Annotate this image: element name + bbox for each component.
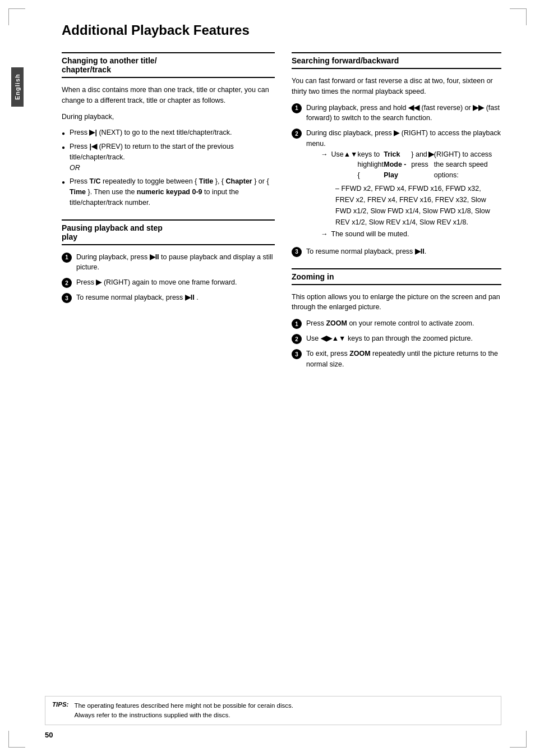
sub-arrow-2: The sound will be muted. — [321, 229, 501, 240]
zooming-steps: 1 Press ZOOM on your remote control to a… — [292, 318, 501, 370]
tips-label: TIPS: — [52, 701, 68, 708]
section-searching: Searching forward/backward You can fast … — [292, 52, 501, 257]
step-item: 3 To resume normal playback, press ▶II . — [62, 292, 275, 303]
step-content-3: To resume normal playback, press ▶II . — [76, 292, 275, 303]
corner-br — [510, 731, 527, 748]
list-item: Press ▶| (NEXT) to go to the next title/… — [62, 127, 275, 138]
step-content-2: Press ▶ (RIGHT) again to move one frame … — [76, 277, 275, 288]
list-item: Press T/C repeatedly to toggle between {… — [62, 176, 275, 208]
step-content-s2: During disc playback, press ▶ (RIGHT) to… — [306, 128, 501, 242]
changing-during: During playback, — [62, 112, 275, 122]
dash-speeds: FFWD x2, FFWD x4, FFWD x16, FFWD x32, FR… — [335, 183, 501, 228]
step-item: 2 Use ◀▶▲▼ keys to pan through the zoome… — [292, 333, 501, 344]
step-content-z2: Use ◀▶▲▼ keys to pan through the zoomed … — [306, 333, 501, 344]
step-content-1: During playback, press ▶II to pause play… — [76, 252, 275, 273]
pausing-steps: 1 During playback, press ▶II to pause pl… — [62, 252, 275, 304]
section-changing-title: Changing to another title/chapter/track … — [62, 52, 275, 208]
step-item: 1 Press ZOOM on your remote control to a… — [292, 318, 501, 329]
section-title-pausing: Pausing playback and stepplay — [62, 219, 275, 245]
language-label: English — [11, 67, 24, 107]
step-item: 1 During playback, press and hold ◀◀ (fa… — [292, 103, 501, 124]
page: English Additional Playback Features Cha… — [0, 0, 535, 756]
step-content-z1: Press ZOOM on your remote control to act… — [306, 318, 501, 329]
step-item: 3 To resume normal playback, press ▶II. — [292, 246, 501, 257]
section-zooming: Zooming in This option allows you to enl… — [292, 268, 501, 370]
step-item: 2 Press ▶ (RIGHT) again to move one fram… — [62, 277, 275, 288]
tips-line-1: The operating features described here mi… — [74, 702, 293, 709]
section-title-zooming: Zooming in — [292, 268, 501, 285]
searching-intro: You can fast forward or fast reverse a d… — [292, 76, 501, 97]
left-column: Changing to another title/chapter/track … — [62, 52, 275, 381]
step-item: 3 To exit, press ZOOM repeatedly until t… — [292, 349, 501, 370]
sub-arrow-1: Use ▲▼ keys to highlight { Trick Mode - … — [321, 149, 501, 181]
step-number-s3: 3 — [292, 247, 302, 257]
step-content-z3: To exit, press ZOOM repeatedly until the… — [306, 349, 501, 370]
tips-box: TIPS: The operating features described h… — [45, 696, 501, 726]
step-number-z3: 3 — [292, 349, 302, 359]
step-number-s1: 1 — [292, 103, 302, 113]
section-title-searching: Searching forward/backward — [292, 52, 501, 69]
page-number: 50 — [45, 731, 53, 739]
tips-line-2: Always refer to the instructions supplie… — [74, 712, 230, 718]
section-pausing: Pausing playback and stepplay 1 During p… — [62, 219, 275, 304]
step-item: 2 During disc playback, press ▶ (RIGHT) … — [292, 128, 501, 242]
step-number-3: 3 — [62, 293, 72, 303]
changing-bullet-list: Press ▶| (NEXT) to go to the next title/… — [62, 127, 275, 208]
list-item: Press |◀ (PREV) to return to the start o… — [62, 141, 275, 173]
content-columns: Changing to another title/chapter/track … — [62, 52, 501, 381]
corner-tl — [8, 8, 25, 25]
step-number-1: 1 — [62, 253, 72, 263]
step-number-2: 2 — [62, 278, 72, 288]
searching-steps: 1 During playback, press and hold ◀◀ (fa… — [292, 103, 501, 257]
zooming-intro: This option allows you to enlarge the pi… — [292, 292, 501, 313]
step-number-s2: 2 — [292, 129, 302, 139]
corner-bl — [8, 731, 25, 748]
section-title-changing: Changing to another title/chapter/track — [62, 52, 275, 78]
step-content-s1: During playback, press and hold ◀◀ (fast… — [306, 103, 501, 124]
step-content-s3: To resume normal playback, press ▶II. — [306, 246, 501, 257]
step-item: 1 During playback, press ▶II to pause pl… — [62, 252, 275, 273]
step-number-z1: 1 — [292, 319, 302, 329]
changing-intro: When a disc contains more than one track… — [62, 85, 275, 106]
right-column: Searching forward/backward You can fast … — [292, 52, 501, 381]
tips-text: The operating features described here mi… — [74, 701, 293, 721]
page-title: Additional Playback Features — [62, 22, 501, 41]
step-number-z2: 2 — [292, 334, 302, 344]
corner-tr — [510, 8, 527, 25]
